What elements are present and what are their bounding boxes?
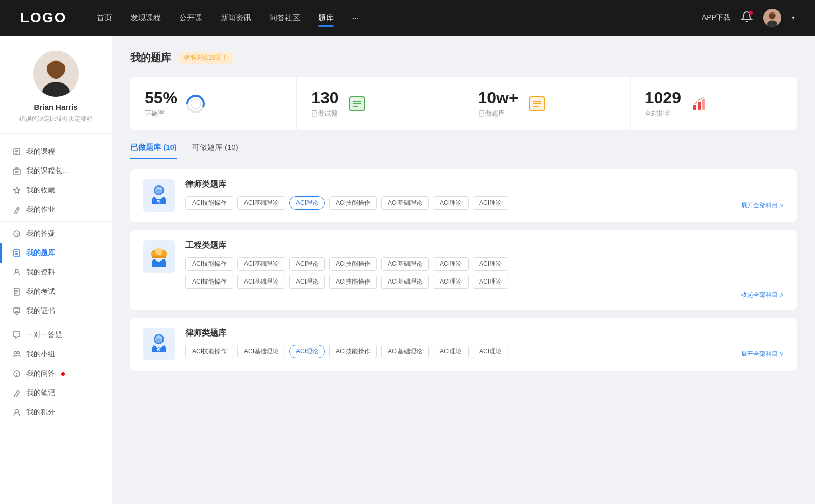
svg-rect-27 xyxy=(14,308,20,313)
tag[interactable]: ACI理论 xyxy=(433,196,469,210)
tab-available-banks[interactable]: 可做题库 (10) xyxy=(192,143,238,158)
sidebar-item-qbank[interactable]: 我的题库 xyxy=(0,243,112,263)
my-qa-icon xyxy=(12,369,21,378)
expand-link-law1[interactable]: 展开全部科目 ∨ xyxy=(741,201,784,210)
nav-link-home[interactable]: 首页 xyxy=(97,11,112,25)
svg-point-57 xyxy=(155,248,162,255)
sidebar-item-course[interactable]: 我的课程 xyxy=(0,142,112,161)
tag[interactable]: ACI技能操作 xyxy=(185,196,233,210)
sidebar-item-my-qa[interactable]: 我的问答 xyxy=(0,364,112,383)
nav-link-discover[interactable]: 发现课程 xyxy=(130,11,161,25)
tag[interactable]: ACI技能操作 xyxy=(185,345,233,358)
tag[interactable]: ACI基础理论 xyxy=(237,196,285,210)
stat-ranking: 1029 全站排名 xyxy=(631,77,797,130)
sidebar-item-cert[interactable]: 我的证书 xyxy=(0,301,112,321)
group-icon xyxy=(12,350,21,359)
main-content: 我的题库 体验剩余23天！ 55% 正确率 xyxy=(112,36,815,504)
chat-icon xyxy=(12,330,21,340)
sidebar-label: 我的积分 xyxy=(26,408,55,417)
sidebar-item-group[interactable]: 我的小组 xyxy=(0,345,112,364)
sidebar-item-profile[interactable]: 我的资料 xyxy=(0,263,112,282)
tag[interactable]: ACI基础理论 xyxy=(381,196,429,210)
sidebar-menu: 我的课程 我的课程包... 我的收藏 我的作业 xyxy=(0,134,112,430)
nav-link-qa[interactable]: 问答社区 xyxy=(269,11,300,25)
sidebar-item-exam[interactable]: 我的考试 xyxy=(0,282,112,301)
tag[interactable]: ACI技能操作 xyxy=(185,275,233,289)
svg-line-15 xyxy=(17,208,18,210)
user-menu-caret[interactable]: ▾ xyxy=(792,14,795,21)
main-layout: Brian Harris 错误的决定比没有决定要好 我的课程 我的课程包... xyxy=(0,36,815,504)
qbank-icon-lawyer2 xyxy=(143,328,175,360)
avatar-image xyxy=(763,9,781,27)
notes-icon xyxy=(12,388,21,398)
expand-link-law2[interactable]: 展开全部科目 ∨ xyxy=(741,350,784,358)
homework-icon xyxy=(12,205,21,214)
nav-link-news[interactable]: 新闻资讯 xyxy=(221,11,251,25)
tab-done-banks[interactable]: 已做题库 (10) xyxy=(130,143,177,158)
collapse-link-eng1[interactable]: 收起全部科目 ∧ xyxy=(185,291,784,299)
sidebar-label: 我的课程包... xyxy=(26,166,68,176)
nav-link-more[interactable]: ··· xyxy=(352,11,359,25)
sidebar-item-one-on-one[interactable]: 一对一答疑 xyxy=(0,325,112,345)
sidebar-item-points[interactable]: 我的积分 xyxy=(0,403,112,422)
svg-point-35 xyxy=(17,375,17,376)
notification-bell[interactable] xyxy=(741,11,753,25)
points-icon xyxy=(12,408,21,417)
tag[interactable]: ACI理论 xyxy=(433,257,469,271)
tag[interactable]: ACI理论 xyxy=(473,257,508,271)
sidebar-item-myqa[interactable]: ? 我的答疑 xyxy=(0,224,112,243)
profile-name: Brian Harris xyxy=(34,103,78,111)
tag[interactable]: ACI技能操作 xyxy=(329,345,377,358)
page-title: 我的题库 xyxy=(130,51,171,65)
svg-point-22 xyxy=(15,269,18,272)
notification-dot xyxy=(749,11,753,15)
sidebar-label: 我的答疑 xyxy=(26,229,55,238)
sidebar-item-homework[interactable]: 我的作业 xyxy=(0,200,112,219)
sidebar-item-notes[interactable]: 我的笔记 xyxy=(0,383,112,403)
tag-active[interactable]: ACI理论 xyxy=(289,196,325,210)
tag[interactable]: ACI基础理论 xyxy=(237,257,285,271)
tag[interactable]: ACI基础理论 xyxy=(237,275,285,289)
tag[interactable]: ACI理论 xyxy=(433,345,469,358)
nav-link-qbank[interactable]: 题库 xyxy=(318,11,334,25)
sidebar-label: 我的课程 xyxy=(26,147,55,156)
tag[interactable]: ACI基础理论 xyxy=(381,257,429,271)
tag[interactable]: ACI理论 xyxy=(473,275,508,289)
qa-icon: ? xyxy=(12,229,21,238)
tag[interactable]: ACI理论 xyxy=(289,257,325,271)
course-pkg-icon xyxy=(12,166,21,176)
profile-icon xyxy=(12,268,21,277)
stat-accuracy: 55% 正确率 xyxy=(130,77,297,130)
tag[interactable]: ACI技能操作 xyxy=(185,257,233,271)
qbank-icon xyxy=(12,248,21,258)
unread-dot xyxy=(61,372,65,376)
stats-row: 55% 正确率 130 已做试题 xyxy=(130,77,797,130)
sidebar-item-course-pkg[interactable]: 我的课程包... xyxy=(0,161,112,181)
tag[interactable]: ACI理论 xyxy=(289,275,325,289)
tag[interactable]: ACI理论 xyxy=(473,196,508,210)
sidebar-item-favorites[interactable]: 我的收藏 xyxy=(0,181,112,200)
qbank-icon-engineer1 xyxy=(143,240,175,273)
tag[interactable]: ACI技能操作 xyxy=(329,257,377,271)
tag[interactable]: ACI技能操作 xyxy=(329,275,377,289)
qbank-card-law2: 律师类题库 ACI技能操作 ACI基础理论 ACI理论 ACI技能操作 ACI基… xyxy=(130,318,797,371)
tag[interactable]: ACI技能操作 xyxy=(329,196,377,210)
tag[interactable]: ACI理论 xyxy=(473,345,508,358)
done-questions-value: 130 xyxy=(311,89,338,107)
sidebar-label: 我的资料 xyxy=(26,268,55,277)
tag-active[interactable]: ACI理论 xyxy=(289,345,325,358)
app-download-link[interactable]: APP下载 xyxy=(702,13,730,22)
tag[interactable]: ACI基础理论 xyxy=(237,345,285,358)
menu-divider-2 xyxy=(0,323,112,323)
nav-right: APP下载 ▾ xyxy=(702,9,795,27)
profile-section: Brian Harris 错误的决定比没有决定要好 xyxy=(0,51,112,134)
tag[interactable]: ACI理论 xyxy=(433,275,469,289)
user-avatar[interactable] xyxy=(763,9,781,27)
tabs-row: 已做题库 (10) 可做题库 (10) xyxy=(130,143,797,159)
sidebar-label: 我的问答 xyxy=(26,369,55,378)
svg-text:?: ? xyxy=(16,232,19,237)
nav-link-open[interactable]: 公开课 xyxy=(179,11,202,25)
tag[interactable]: ACI基础理论 xyxy=(381,345,429,358)
nav-links: 首页 发现课程 公开课 新闻资讯 问答社区 题库 ··· xyxy=(97,11,702,25)
tag[interactable]: ACI基础理论 xyxy=(381,275,429,289)
